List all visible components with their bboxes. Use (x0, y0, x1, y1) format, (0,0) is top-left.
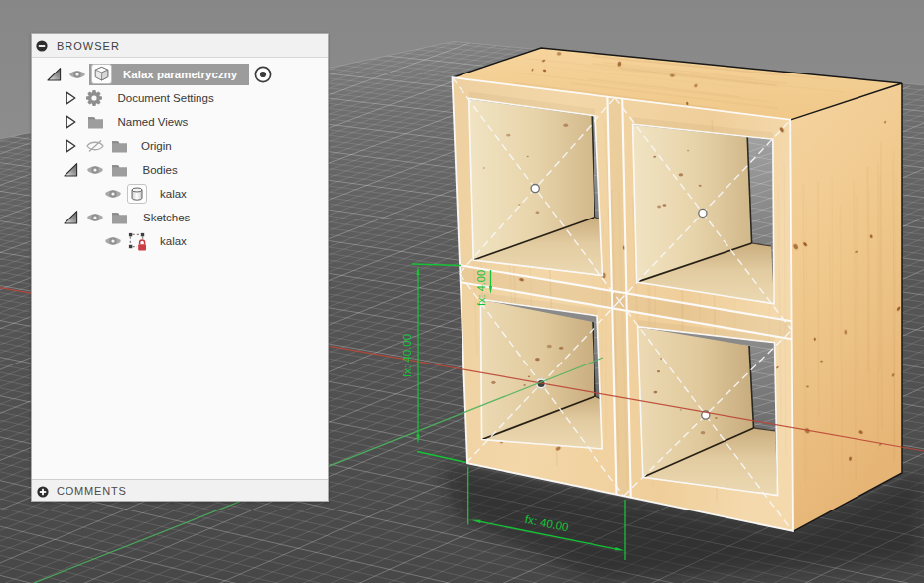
svg-text:fx: 40.00: fx: 40.00 (401, 334, 413, 377)
svg-text:fx: 4.00: fx: 4.00 (475, 270, 487, 306)
